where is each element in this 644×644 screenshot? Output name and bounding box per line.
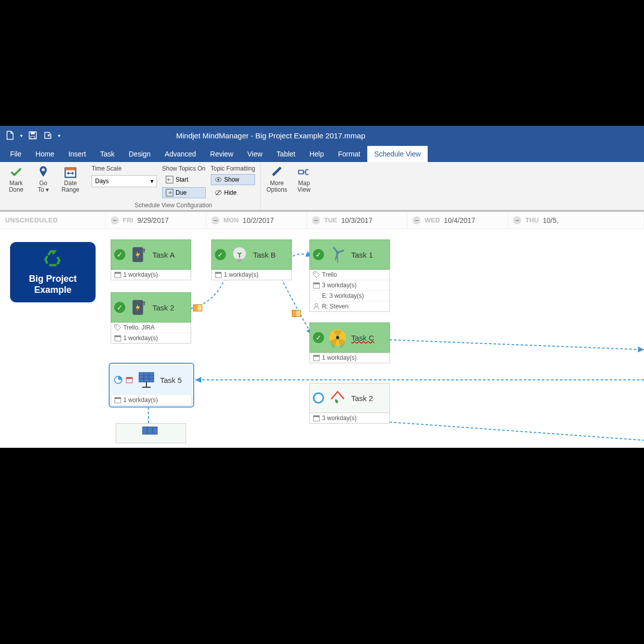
svg-point-44	[315, 303, 318, 306]
charger-icon	[128, 244, 149, 265]
wind-turbine-icon	[327, 244, 348, 265]
tab-design[interactable]: Design	[122, 146, 158, 162]
calendar-mini-icon	[126, 376, 133, 383]
tab-file[interactable]: File	[3, 146, 29, 162]
export-icon[interactable]	[43, 130, 53, 140]
calendar-icon	[313, 354, 320, 361]
task-card-2b[interactable]: Task 2 3 workday(s)	[309, 383, 390, 424]
show-toggle[interactable]: Show	[211, 174, 256, 185]
col-fri[interactable]: −FRI9/29/2017	[106, 212, 206, 228]
tab-tablet[interactable]: Tablet	[270, 146, 302, 162]
svg-rect-5	[65, 168, 76, 171]
mark-done-button[interactable]: Mark Done	[5, 165, 27, 193]
window-title: Mindjet MindManager - Big Project Exampl…	[176, 131, 365, 140]
house-leaf-icon	[327, 387, 348, 409]
status-done-icon: ✓	[114, 249, 125, 260]
svg-rect-32	[142, 427, 157, 434]
tab-schedule-view[interactable]: Schedule View	[367, 146, 428, 162]
status-done-icon: ✓	[114, 302, 125, 313]
task-card-b[interactable]: ✓ Task B 1 workday(s)	[211, 239, 292, 280]
show-topics-label: Show Topics On	[162, 165, 206, 172]
svg-rect-22	[126, 377, 132, 379]
calendar-icon	[313, 282, 320, 289]
calendar-icon	[114, 396, 121, 404]
more-options-button[interactable]: More Options	[266, 165, 288, 193]
time-scale-label: Time Scale	[92, 165, 157, 172]
ribbon-group-label: Schedule View Configuration	[92, 201, 255, 209]
tag-icon	[114, 324, 121, 331]
collapse-icon[interactable]: −	[111, 216, 119, 224]
svg-rect-15	[115, 272, 121, 274]
collapse-icon[interactable]: −	[312, 216, 320, 224]
tab-format[interactable]: Format	[331, 146, 367, 162]
tab-home[interactable]: Home	[29, 146, 61, 162]
svg-point-9	[217, 179, 219, 181]
recycle-icon	[42, 249, 64, 271]
tag-icon	[313, 271, 320, 278]
collapse-icon[interactable]: −	[413, 216, 421, 224]
topic-formatting-label: Topic Formatting	[211, 165, 256, 172]
radiation-icon	[327, 327, 348, 348]
link-badge-icon	[292, 310, 301, 317]
hide-toggle[interactable]: Hide	[211, 187, 256, 198]
ribbon: Mark Done Go To ▾ Date Range Time Scale …	[0, 162, 644, 210]
solar-panel-icon	[139, 423, 160, 444]
svg-rect-36	[237, 259, 242, 262]
task-card-c[interactable]: ✓ Task C 1 workday(s)	[309, 323, 390, 363]
due-toggle[interactable]: Due	[162, 187, 206, 198]
calendar-icon	[215, 271, 222, 278]
time-scale-select[interactable]: Days▾	[92, 175, 157, 187]
status-done-icon: ✓	[313, 249, 324, 260]
tab-insert[interactable]: Insert	[61, 146, 93, 162]
tab-help[interactable]: Help	[302, 146, 331, 162]
calendar-range-icon	[63, 165, 77, 179]
start-toggle[interactable]: Start	[162, 174, 206, 185]
date-range-button[interactable]: Date Range	[59, 165, 82, 193]
svg-rect-48	[313, 355, 319, 357]
status-done-icon: ✓	[215, 249, 226, 260]
new-doc-icon[interactable]	[5, 130, 15, 140]
svg-rect-50	[313, 416, 319, 417]
svg-point-41	[314, 273, 315, 274]
svg-rect-38	[215, 272, 221, 274]
go-to-button[interactable]: Go To ▾	[32, 165, 54, 193]
calendar-icon	[114, 335, 121, 342]
task-card-1[interactable]: ✓ Task 1 Trello 3 workday(s) E: 3 workda…	[309, 239, 390, 312]
unscheduled-label: UNSCHEDULED	[5, 216, 58, 224]
collapse-icon[interactable]: −	[211, 216, 219, 224]
tab-advanced[interactable]: Advanced	[157, 146, 203, 162]
charger-icon	[128, 297, 149, 318]
col-wed[interactable]: −WED10/4/2017	[408, 212, 508, 228]
svg-rect-31	[115, 397, 121, 399]
tab-view[interactable]: View	[240, 146, 270, 162]
col-mon[interactable]: −MON10/2/2017	[206, 212, 307, 228]
task-card-partial[interactable]	[116, 423, 186, 443]
col-thu[interactable]: −THU10/5,	[508, 212, 644, 228]
svg-point-17	[116, 326, 117, 327]
progress-icon	[114, 375, 123, 384]
link-badge-icon	[193, 304, 202, 311]
svg-rect-43	[313, 283, 319, 284]
collapse-icon[interactable]: −	[513, 216, 521, 224]
project-root-card[interactable]: Big Project Example	[10, 242, 96, 302]
schedule-canvas[interactable]: UNSCHEDULED −FRI9/29/2017 −MON10/2/2017 …	[0, 210, 644, 448]
status-open-icon	[313, 392, 324, 404]
task-card-5[interactable]: Task 5 1 workday(s)	[109, 363, 194, 408]
calendar-icon	[114, 271, 121, 278]
task-card-2[interactable]: ✓ Task 2 Trello, JIRA 1 workday(s)	[111, 292, 191, 344]
map-view-button[interactable]: Map View	[293, 165, 315, 193]
pin-icon	[36, 165, 50, 179]
save-icon[interactable]	[28, 130, 38, 140]
calendar-icon	[313, 415, 320, 422]
date-header-row: UNSCHEDULED −FRI9/29/2017 −MON10/2/2017 …	[0, 212, 644, 229]
ribbon-tabs: File Home Insert Task Design Advanced Re…	[0, 145, 644, 162]
svg-rect-19	[115, 336, 121, 337]
svg-rect-1	[31, 132, 35, 134]
task-card-a[interactable]: ✓ Task A 1 workday(s)	[111, 239, 191, 280]
tab-task[interactable]: Task	[93, 146, 122, 162]
tab-review[interactable]: Review	[203, 146, 240, 162]
svg-rect-12	[299, 171, 303, 174]
col-tue[interactable]: −TUE10/3/2017	[307, 212, 408, 228]
map-icon	[297, 165, 311, 179]
status-done-icon: ✓	[313, 332, 324, 343]
